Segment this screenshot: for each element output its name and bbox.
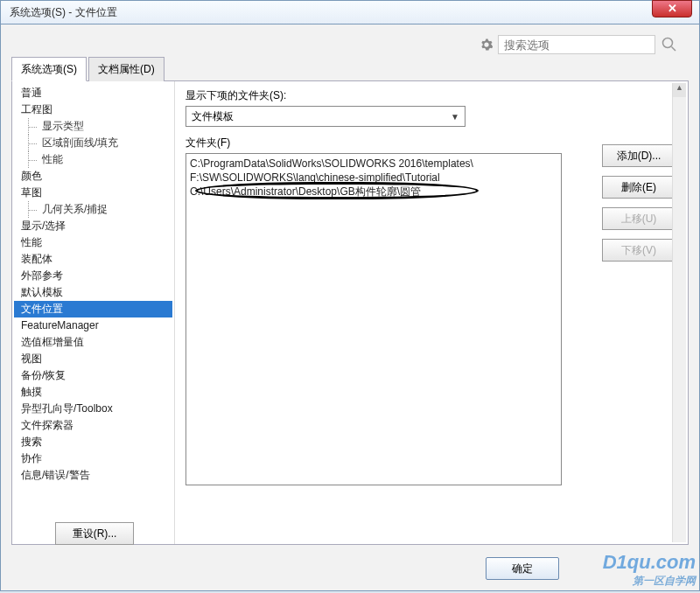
- tree-item[interactable]: 显示类型: [14, 118, 172, 135]
- tree-item[interactable]: 显示/选择: [14, 218, 172, 234]
- tree-item[interactable]: 选值框增量值: [14, 334, 172, 351]
- folder-buttons: 添加(D)... 删除(E) 上移(U) 下移(V): [602, 144, 676, 262]
- delete-button[interactable]: 删除(E): [602, 176, 676, 199]
- tree-item[interactable]: 信息/错误/警告: [14, 467, 172, 484]
- nav-tree: 普通工程图显示类型区域剖面线/填充性能颜色草图几何关系/捕捉显示/选择性能装配体…: [12, 81, 175, 544]
- content-panel: 普通工程图显示类型区域剖面线/填充性能颜色草图几何关系/捕捉显示/选择性能装配体…: [11, 81, 689, 545]
- tree-item[interactable]: 外部参考: [14, 268, 172, 284]
- tree-item[interactable]: 性能: [14, 151, 172, 168]
- tree-item[interactable]: 草图: [14, 185, 172, 201]
- list-item[interactable]: C:\Users\Administrator\Desktop\GB构件轮廓\圆管: [190, 185, 557, 199]
- tree-item[interactable]: 异型孔向导/Toolbox: [14, 401, 172, 417]
- tree-item[interactable]: 备份/恢复: [14, 367, 172, 384]
- list-item[interactable]: C:\ProgramData\SolidWorks\SOLIDWORKS 201…: [190, 157, 557, 171]
- tree-item[interactable]: 文件位置: [14, 301, 172, 317]
- folder-listbox[interactable]: C:\ProgramData\SolidWorks\SOLIDWORKS 201…: [186, 153, 562, 485]
- tree-item[interactable]: FeatureManager: [14, 317, 172, 334]
- svg-point-0: [663, 38, 673, 48]
- tree-item[interactable]: 工程图: [14, 101, 172, 118]
- gear-icon: [480, 38, 493, 51]
- watermark: D1qu.com 第一区自学网: [603, 551, 696, 589]
- scrollbar[interactable]: ▲: [672, 83, 686, 542]
- right-pane: 显示下项的文件夹(S): 文件模板 ▼ 文件夹(F) C:\ProgramDat…: [175, 81, 688, 544]
- tree-item[interactable]: 装配体: [14, 251, 172, 268]
- move-up-button: 上移(U): [602, 207, 676, 230]
- tree-item[interactable]: 性能: [14, 234, 172, 251]
- tab-strip: 系统选项(S) 文档属性(D): [11, 56, 689, 81]
- tree-item[interactable]: 搜索: [14, 434, 172, 450]
- tab-system-options[interactable]: 系统选项(S): [11, 57, 87, 81]
- tree-item[interactable]: 普通: [14, 85, 172, 101]
- tree-item[interactable]: 协作: [14, 450, 172, 467]
- svg-line-1: [672, 47, 676, 52]
- scroll-up-icon[interactable]: ▲: [673, 83, 686, 97]
- tab-document-properties[interactable]: 文档属性(D): [88, 57, 164, 81]
- tree-item[interactable]: 区域剖面线/填充: [14, 135, 172, 151]
- dropdown-value: 文件模板: [192, 109, 234, 124]
- add-button[interactable]: 添加(D)...: [602, 144, 676, 167]
- close-button[interactable]: ✕: [652, 0, 692, 17]
- tree-item[interactable]: 几何关系/捕捉: [14, 201, 172, 218]
- ok-button[interactable]: 确定: [486, 557, 559, 580]
- folder-type-dropdown[interactable]: 文件模板 ▼: [186, 106, 466, 127]
- dialog-body: 系统选项(S) 文档属性(D) 普通工程图显示类型区域剖面线/填充性能颜色草图几…: [0, 24, 700, 591]
- list-item[interactable]: F:\SW\SOLIDWORKS\lang\chinese-simplified…: [190, 171, 557, 185]
- tree-item[interactable]: 文件探索器: [14, 417, 172, 434]
- tree-item[interactable]: 默认模板: [14, 284, 172, 301]
- window-title: 系统选项(S) - 文件位置: [10, 5, 696, 20]
- titlebar: 系统选项(S) - 文件位置 ✕: [0, 0, 700, 24]
- tree-item[interactable]: 视图: [14, 351, 172, 367]
- search-input[interactable]: [498, 35, 655, 54]
- chevron-down-icon: ▼: [451, 112, 459, 122]
- search-row: [480, 35, 678, 54]
- show-folders-label: 显示下项的文件夹(S):: [186, 88, 677, 103]
- tree-item[interactable]: 颜色: [14, 168, 172, 185]
- tree-item[interactable]: 触摸: [14, 384, 172, 401]
- move-down-button: 下移(V): [602, 239, 676, 262]
- search-icon[interactable]: [661, 36, 678, 53]
- reset-button[interactable]: 重设(R)...: [55, 522, 134, 545]
